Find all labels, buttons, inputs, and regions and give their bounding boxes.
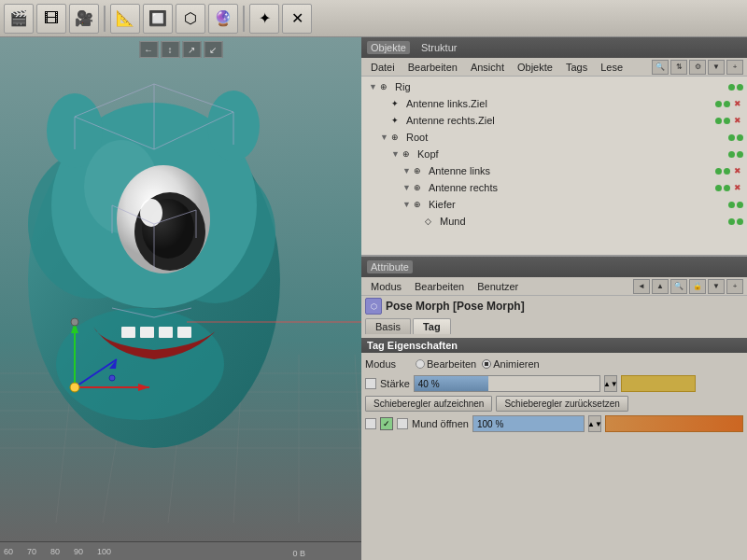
- ar-name: Antenne rechts: [429, 182, 715, 193]
- tree-antenne-links-ziel[interactable]: ✦ Antenne links.Ziel ✖: [361, 95, 747, 112]
- menu-ansicht[interactable]: Ansicht: [465, 61, 510, 74]
- objects-menu-bar: Datei Bearbeiten Ansicht Objekte Tags Le…: [361, 58, 747, 77]
- add-icon[interactable]: +: [726, 60, 743, 75]
- attr-back-icon[interactable]: ◄: [633, 279, 650, 294]
- tree-mund[interactable]: ◇ Mund: [361, 213, 747, 230]
- tree-kiefer[interactable]: ▼ ⊕ Kiefer: [361, 196, 747, 213]
- alk-x[interactable]: ✖: [734, 99, 747, 108]
- al-x[interactable]: ✖: [734, 166, 747, 175]
- nav-zoom[interactable]: ↗: [182, 41, 201, 58]
- svg-rect-26: [159, 327, 173, 338]
- ark-name: Antenne rechts.Ziel: [406, 115, 715, 126]
- toolbar-btn-5[interactable]: ⬡: [176, 4, 205, 34]
- toolbar-btn-3[interactable]: 📐: [110, 4, 140, 34]
- starke-label: Stärke: [380, 378, 410, 389]
- toolbar-btn-2[interactable]: 🎥: [69, 4, 99, 34]
- starke-arrow[interactable]: ▲▼: [604, 375, 617, 392]
- nav-left[interactable]: ←: [139, 41, 158, 58]
- nav-rotate[interactable]: ↙: [204, 41, 222, 58]
- mode-animieren-radio[interactable]: [482, 359, 491, 369]
- starke-checkbox[interactable]: [365, 378, 376, 389]
- viewport-scene: [0, 37, 361, 541]
- aufzeichnen-btn[interactable]: Schieberegler aufzeichnen: [365, 396, 492, 412]
- timeline: 60 70 80 90 100 0 B: [0, 541, 361, 560]
- toolbar-btn-7[interactable]: ✦: [249, 4, 279, 34]
- mode-property-row: Modus Bearbeiten Animieren: [361, 355, 747, 373]
- attr-menu-benutzer[interactable]: Benutzer: [472, 280, 524, 293]
- ar-icon: ⊕: [414, 183, 427, 192]
- menu-datei[interactable]: Datei: [365, 61, 401, 74]
- toolbar-btn-6[interactable]: 🔮: [208, 4, 238, 34]
- tree-antenne-links[interactable]: ▼ ⊕ Antenne links ✖: [361, 162, 747, 179]
- expand-al[interactable]: ▼: [402, 166, 414, 175]
- timeline-value: 0 B: [292, 549, 305, 558]
- expand-rig[interactable]: ▼: [369, 82, 380, 91]
- tab-basis[interactable]: Basis: [365, 318, 411, 334]
- tree-antenne-rechts-ziel[interactable]: ✦ Antenne rechts.Ziel ✖: [361, 112, 747, 129]
- mode-bearbeiten-label[interactable]: Bearbeiten: [416, 358, 476, 370]
- svg-point-49: [71, 318, 78, 326]
- search-icon[interactable]: 🔍: [652, 60, 669, 75]
- toolbar-btn-0[interactable]: 🎬: [4, 4, 34, 34]
- tab-tag[interactable]: Tag: [413, 318, 451, 334]
- menu-lese[interactable]: Lese: [595, 61, 628, 74]
- zuruecksetzen-btn[interactable]: Schieberegler zurücksetzen: [496, 396, 627, 412]
- attr-add-icon[interactable]: +: [726, 279, 743, 294]
- expand-icon[interactable]: ▼: [708, 60, 725, 75]
- ark-x[interactable]: ✖: [734, 116, 747, 125]
- attr-lock-icon[interactable]: 🔒: [689, 279, 706, 294]
- expand-root[interactable]: ▼: [380, 133, 391, 142]
- attr-menu-bearbeiten[interactable]: Bearbeiten: [409, 280, 470, 293]
- ark-dots: [715, 118, 730, 124]
- attr-up-icon[interactable]: ▲: [652, 279, 669, 294]
- ar-dots: [715, 185, 730, 191]
- marker-100: 100: [97, 547, 111, 556]
- objects-tab[interactable]: Objekte: [367, 41, 410, 54]
- marker-70: 70: [27, 547, 36, 556]
- object-tree[interactable]: ▼ ⊕ Rig ✦ Antenne links.Ziel ✖ ✦: [361, 77, 747, 255]
- starke-row: Stärke 40 % ▲▼: [361, 373, 747, 394]
- expand-ar[interactable]: ▼: [402, 183, 414, 192]
- tree-kopf[interactable]: ▼ ⊕ Kopf: [361, 146, 747, 162]
- menu-objekte[interactable]: Objekte: [512, 61, 558, 74]
- expand-kopf[interactable]: ▼: [391, 149, 402, 159]
- objects-menu-icons: 🔍 ⇅ ⚙ ▼ +: [652, 60, 743, 75]
- starke-slider[interactable]: 40 %: [414, 375, 600, 392]
- mode-bearbeiten-radio[interactable]: [416, 359, 425, 369]
- nav-up[interactable]: ↕: [161, 41, 179, 58]
- mund-arrow[interactable]: ▲▼: [588, 415, 601, 432]
- viewport-3d[interactable]: ← ↕ ↗ ↙: [0, 37, 361, 560]
- mund-outer-checkbox[interactable]: [365, 418, 376, 429]
- attr-expand-icon[interactable]: ▼: [708, 279, 725, 294]
- svg-rect-27: [177, 327, 191, 338]
- viewport-nav: ← ↕ ↗ ↙: [139, 41, 222, 58]
- marker-60: 60: [4, 547, 13, 556]
- al-icon: ⊕: [414, 166, 427, 175]
- mode-animieren-label[interactable]: Animieren: [482, 358, 540, 370]
- toolbar-btn-8[interactable]: ✕: [282, 4, 312, 34]
- mund-check[interactable]: ✓: [380, 417, 393, 430]
- tree-rig[interactable]: ▼ ⊕ Rig: [361, 78, 747, 95]
- kopf-icon: ⊕: [402, 149, 416, 159]
- mund-slider[interactable]: 100 %: [472, 415, 585, 432]
- tree-root[interactable]: ▼ ⊕ Root: [361, 129, 747, 146]
- root-dots: [728, 134, 743, 141]
- struktur-tab[interactable]: Struktur: [417, 41, 461, 54]
- toolbar-btn-1[interactable]: 🎞: [36, 4, 66, 34]
- attr-search-icon[interactable]: 🔍: [670, 279, 687, 294]
- al-name: Antenne links: [429, 165, 715, 176]
- sort-icon[interactable]: ⇅: [670, 60, 687, 75]
- kopf-name: Kopf: [417, 148, 728, 160]
- expand-kiefer[interactable]: ▼: [402, 200, 414, 209]
- attr-menu-icons: ◄ ▲ 🔍 🔒 ▼ +: [633, 279, 743, 294]
- ar-x[interactable]: ✖: [734, 183, 747, 192]
- settings-icon[interactable]: ⚙: [689, 60, 706, 75]
- menu-tags[interactable]: Tags: [560, 61, 593, 74]
- menu-bearbeiten[interactable]: Bearbeiten: [402, 61, 463, 74]
- toolbar-btn-4[interactable]: 🔲: [143, 4, 173, 34]
- attr-menu-modus[interactable]: Modus: [365, 280, 407, 293]
- mode-bearbeiten-text: Bearbeiten: [427, 358, 476, 370]
- mund-inner-checkbox[interactable]: [397, 418, 408, 429]
- attr-tab-row: Basis Tag: [361, 316, 747, 336]
- tree-antenne-rechts[interactable]: ▼ ⊕ Antenne rechts ✖: [361, 179, 747, 196]
